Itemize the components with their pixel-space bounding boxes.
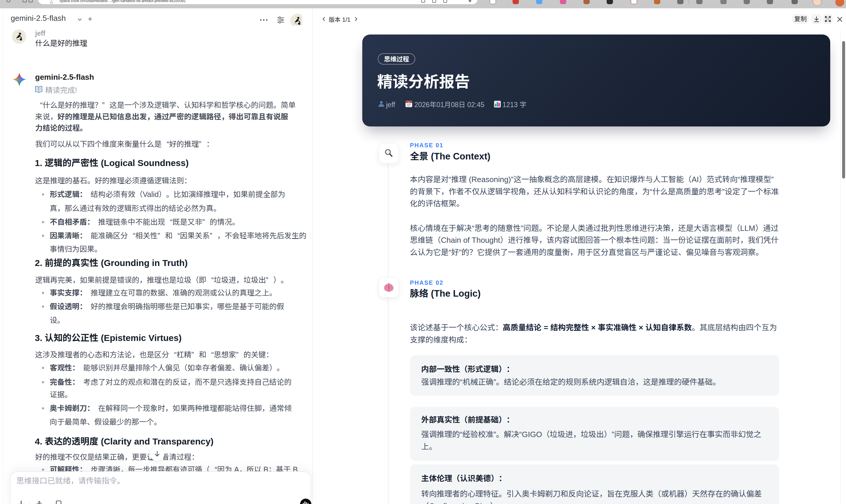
svg-text:17: 17 <box>407 103 410 107</box>
svg-text:JUL: JUL <box>407 101 410 103</box>
